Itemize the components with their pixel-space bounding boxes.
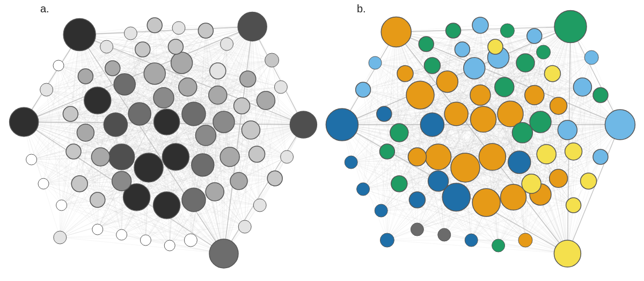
graph-node (184, 234, 197, 247)
graph-node (63, 106, 78, 121)
graph-node (455, 42, 470, 57)
graph-node (92, 224, 103, 235)
graph-node (446, 23, 461, 38)
graph-node (53, 60, 64, 71)
graph-node (605, 110, 635, 140)
graph-node (554, 11, 587, 43)
graph-node (213, 111, 235, 133)
graph-node (240, 71, 256, 87)
graph-node (381, 17, 411, 47)
graph-node (420, 113, 444, 136)
graph-node (471, 106, 496, 132)
graph-node (479, 143, 506, 170)
graph-node (265, 53, 279, 67)
network-svg (0, 0, 644, 281)
graph-node (135, 42, 150, 57)
graph-node (391, 176, 407, 192)
graph-node (470, 85, 491, 105)
graph-node (134, 153, 163, 182)
graph-node (436, 71, 458, 92)
graph-node (230, 172, 247, 190)
graph-node (488, 39, 503, 54)
graph-node (525, 85, 544, 105)
graph-node (195, 125, 216, 146)
graph-node (357, 183, 370, 196)
graph-node (379, 144, 394, 159)
graph-node (249, 146, 265, 162)
graph-node (147, 18, 162, 33)
graph-node (26, 154, 37, 165)
graph-node (144, 63, 165, 84)
graph-node (409, 192, 425, 208)
graph-node (554, 240, 581, 267)
graph-node (573, 78, 591, 96)
graph-node (168, 39, 183, 54)
graph-node (198, 23, 213, 38)
graph-node (267, 171, 282, 186)
graph-node (140, 235, 151, 246)
graph-node (209, 86, 227, 104)
graph-node (500, 24, 514, 38)
graph-node (253, 199, 266, 212)
graph-node (581, 173, 597, 189)
graph-node (128, 103, 151, 125)
graph-node (66, 144, 81, 159)
graph-node (192, 154, 214, 176)
graph-node (114, 74, 135, 95)
graph-node (90, 192, 105, 207)
graph-node (544, 66, 560, 82)
graph-node (377, 106, 392, 121)
graph-node (109, 144, 135, 170)
graph-node (38, 178, 49, 189)
graph-node (56, 200, 67, 211)
graph-node (63, 19, 96, 51)
graph-node (54, 231, 67, 244)
graph-node (71, 176, 87, 192)
graph-node (428, 171, 449, 191)
graph-node (238, 220, 251, 233)
graph-node (375, 204, 387, 217)
graph-node (550, 169, 568, 188)
graph-node (464, 57, 485, 79)
graph-node (522, 174, 541, 193)
graph-node (472, 189, 500, 217)
graph-node (492, 239, 505, 252)
graph-node (182, 188, 206, 212)
graph-node (451, 153, 480, 182)
graph-node (584, 51, 598, 64)
graph-node (593, 88, 608, 103)
graph-node (530, 111, 551, 133)
graph-node (153, 192, 180, 219)
graph-node (472, 17, 488, 33)
graph-node (274, 81, 287, 93)
graph-node (558, 120, 577, 140)
graph-node (220, 147, 239, 167)
graph-node (162, 143, 189, 170)
graph-node (116, 229, 127, 240)
graph-node (100, 40, 113, 53)
graph-node (154, 109, 180, 135)
graph-node (566, 198, 581, 213)
graph-node (326, 109, 358, 141)
graph-node (171, 52, 193, 74)
graph-node (153, 88, 174, 108)
graph-node (209, 239, 238, 268)
graph-node (105, 61, 120, 76)
edge (182, 63, 281, 87)
graph-node (182, 102, 206, 126)
edge (252, 27, 303, 125)
graph-node (77, 124, 94, 141)
graph-node (179, 78, 197, 96)
figure-canvas: a. b. (0, 0, 644, 281)
graph-node (281, 150, 294, 163)
graph-node (210, 63, 226, 79)
graph-node (527, 28, 542, 44)
edge (60, 235, 122, 237)
graph-node (516, 54, 535, 72)
graph-node (550, 97, 567, 114)
graph-node (112, 171, 131, 191)
graph-node (345, 156, 357, 169)
graph-node (380, 233, 394, 247)
graph-node (221, 38, 233, 51)
graph-node (238, 12, 267, 41)
